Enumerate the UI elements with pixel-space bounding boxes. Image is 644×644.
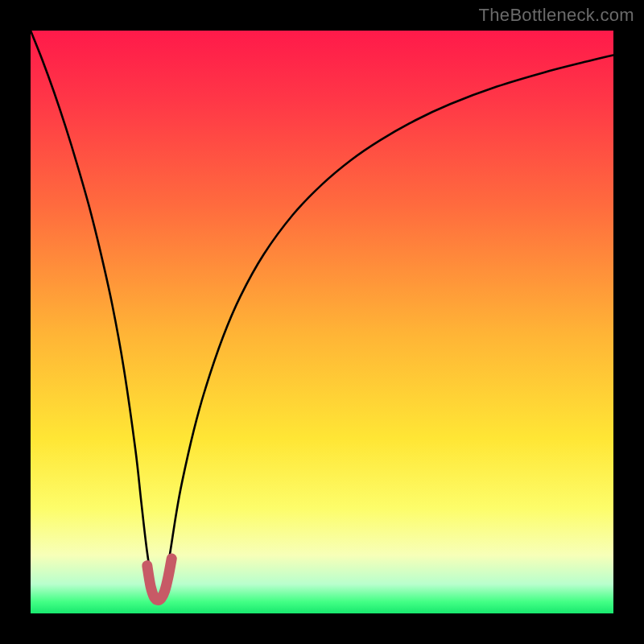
chart-svg xyxy=(31,31,613,613)
watermark-text: TheBottleneck.com xyxy=(479,5,634,26)
plot-area xyxy=(31,31,613,613)
minimum-marker xyxy=(147,559,171,601)
bottleneck-curve xyxy=(31,31,613,600)
chart-frame: TheBottleneck.com xyxy=(0,0,644,644)
